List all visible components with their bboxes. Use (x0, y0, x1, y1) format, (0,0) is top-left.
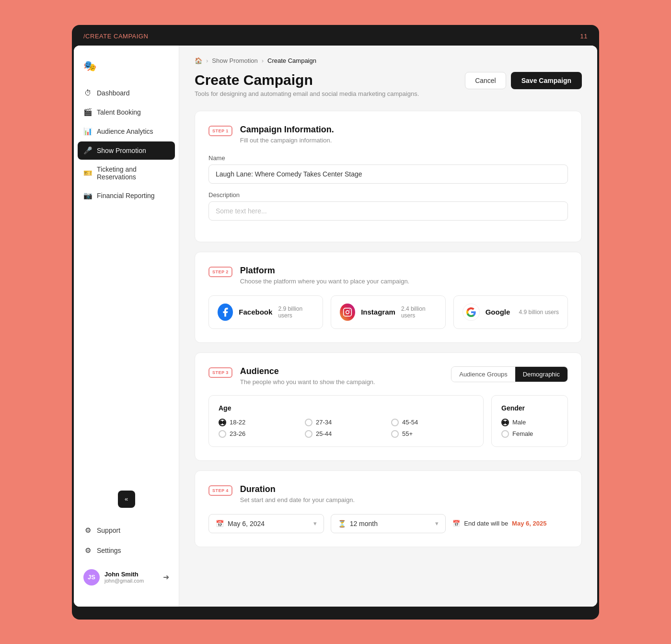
age-18-22[interactable]: 18-22 (219, 419, 301, 426)
step4-card: STEP 4 Duration Set start and end date f… (195, 470, 582, 547)
step4-title: Duration (240, 484, 355, 494)
start-date-value: May 6, 2024 (228, 520, 313, 527)
page-subtitle: Tools for designing and automating email… (195, 90, 419, 97)
step3-card: STEP 3 Audience The people who you want … (195, 352, 582, 461)
radio-25-44 (305, 430, 312, 438)
step1-title: Campaign Information. (240, 125, 334, 135)
age-options: 18-22 27-34 45-54 (219, 419, 474, 438)
chevron-down-icon: ▾ (313, 520, 317, 527)
age-45-54[interactable]: 45-54 (391, 419, 474, 426)
step1-card: STEP 1 Campaign Information. Fill out th… (195, 111, 582, 242)
sidebar-logo: 🎭 (74, 55, 179, 84)
age-27-34[interactable]: 27-34 (305, 419, 387, 426)
sidebar-item-financial[interactable]: 📷 Financial Reporting (78, 187, 175, 205)
instagram-users: 2.4 billion users (401, 305, 437, 319)
sidebar-bottom: ⚙ Support ⚙ Settings JS John Smith john@… (74, 515, 179, 597)
age-card: Age 18-22 27-34 (208, 395, 484, 447)
talent-booking-icon: 🎬 (83, 108, 92, 117)
radio-male (501, 419, 509, 426)
page-header: Create Campaign Tools for designing and … (195, 72, 582, 97)
sidebar-item-talent-booking[interactable]: 🎬 Talent Booking (78, 103, 175, 121)
sidebar-item-audience-analytics[interactable]: 📊 Audience Analytics (78, 122, 175, 141)
avatar: JS (83, 569, 100, 585)
app-frame: /CREATE CAMPAIGN 11 🎭 ⏱ Dashboard 🎬 Tale… (72, 25, 599, 620)
step3-info: Audience The people who you want to show… (240, 366, 375, 386)
audience-grid: Age 18-22 27-34 (208, 395, 568, 447)
header-actions: Cancel Save Campaign (465, 72, 582, 89)
step4-desc: Set start and end date for your campaign… (240, 496, 355, 503)
demographic-toggle[interactable]: Demographic (515, 367, 567, 382)
breadcrumb-current: Create Campaign (267, 57, 316, 64)
sidebar-item-support[interactable]: ⚙ Support (78, 521, 175, 539)
sidebar-item-settings[interactable]: ⚙ Settings (78, 541, 175, 560)
sidebar-item-show-promotion[interactable]: 🎤 Show Promotion (78, 141, 175, 160)
step1-desc: Fill out the campaign information. (240, 137, 334, 144)
settings-icon: ⚙ (83, 546, 92, 555)
duration-select[interactable]: ⏳ 12 month ▾ (331, 514, 446, 533)
step2-title: Platform (240, 266, 409, 276)
age-23-26[interactable]: 23-26 (219, 430, 301, 438)
age-25-44[interactable]: 25-44 (305, 430, 387, 438)
step3-title: Audience (240, 366, 375, 376)
top-bar: /CREATE CAMPAIGN 11 (74, 27, 597, 46)
platform-google[interactable]: Google 4.9 billion users (453, 295, 568, 329)
facebook-name: Facebook (239, 308, 272, 316)
breadcrumb: 🏠 › Show Promotion › Create Campaign (195, 57, 582, 64)
sidebar-item-dashboard[interactable]: ⏱ Dashboard (78, 84, 175, 102)
duration-grid: 📅 May 6, 2024 ▾ ⏳ 12 month ▾ 📅 End date … (208, 514, 568, 533)
step1-info: Campaign Information. Fill out the campa… (240, 125, 334, 144)
gender-male[interactable]: Male (501, 419, 558, 426)
sidebar-item-ticketing[interactable]: 🎫 Ticketing and Reservations (78, 161, 175, 186)
home-icon[interactable]: 🏠 (195, 57, 202, 64)
step4-badge: STEP 4 (208, 485, 232, 496)
platform-instagram[interactable]: Instagram 2.4 billion users (331, 295, 445, 329)
sidebar-collapse-button[interactable]: « (118, 491, 135, 508)
google-logo (463, 304, 480, 321)
gender-female[interactable]: Female (501, 430, 558, 438)
radio-55plus (391, 430, 399, 438)
chevron-down-icon: ▾ (435, 520, 439, 527)
step1-badge: STEP 1 (208, 126, 232, 136)
breadcrumb-show-promotion[interactable]: Show Promotion (212, 57, 257, 64)
step2-badge: STEP 2 (208, 267, 232, 277)
radio-18-22 (219, 419, 226, 426)
campaign-name-input[interactable] (208, 164, 568, 184)
breadcrumb-path: /CREATE CAMPAIGN (83, 33, 148, 40)
radio-45-54 (391, 419, 399, 426)
timer-icon: ⏳ (338, 520, 346, 527)
ticketing-icon: 🎫 (83, 169, 92, 177)
start-date-select[interactable]: 📅 May 6, 2024 ▾ (208, 514, 324, 533)
gender-options: Male Female (501, 419, 558, 438)
step2-card: STEP 2 Platform Choose the platform wher… (195, 252, 582, 343)
calendar-icon: 📅 (216, 520, 224, 527)
sidebar-item-label: Talent Booking (97, 108, 141, 116)
breadcrumb-sep-2: › (262, 57, 264, 64)
support-icon: ⚙ (83, 526, 92, 535)
campaign-desc-input[interactable] (208, 201, 568, 221)
user-info: JS John Smith john@gmail.com (83, 569, 144, 585)
step4-header: STEP 4 Duration Set start and end date f… (208, 484, 568, 503)
end-date-icon: 📅 (452, 520, 460, 527)
main-container: 🎭 ⏱ Dashboard 🎬 Talent Booking 📊 Audienc… (74, 46, 597, 607)
sidebar-nav: ⏱ Dashboard 🎬 Talent Booking 📊 Audience … (74, 84, 179, 483)
step3-header: STEP 3 Audience The people who you want … (208, 366, 375, 386)
age-55plus[interactable]: 55+ (391, 430, 474, 438)
audience-groups-toggle[interactable]: Audience Groups (451, 367, 515, 382)
audience-icon: 📊 (83, 127, 92, 136)
platform-facebook[interactable]: Facebook 2.9 billion users (208, 295, 323, 329)
audience-toggle: Audience Groups Demographic (451, 366, 568, 382)
google-users: 4.9 billion users (519, 309, 559, 316)
sidebar-item-label: Financial Reporting (97, 192, 155, 199)
end-date-info: 📅 End date will be May 6, 2025 (452, 520, 568, 527)
cancel-button[interactable]: Cancel (465, 72, 506, 89)
sidebar: 🎭 ⏱ Dashboard 🎬 Talent Booking 📊 Audienc… (74, 46, 179, 607)
save-campaign-button[interactable]: Save Campaign (511, 72, 582, 89)
page-header-text: Create Campaign Tools for designing and … (195, 72, 419, 97)
step3-badge: STEP 3 (208, 367, 232, 378)
google-name: Google (486, 308, 510, 316)
step1-header: STEP 1 Campaign Information. Fill out th… (208, 125, 568, 144)
logout-button[interactable]: ➜ (163, 573, 169, 582)
financial-icon: 📷 (83, 191, 92, 200)
name-label: Name (208, 154, 568, 162)
duration-value: 12 month (350, 520, 436, 527)
